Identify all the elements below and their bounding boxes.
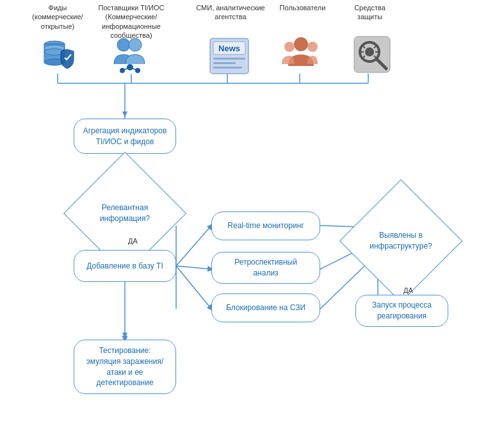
box-block: Блокирование на СЗИ	[211, 293, 320, 322]
box-realtime: Real-time мониторинг	[211, 211, 320, 240]
svg-rect-38	[213, 58, 245, 60]
svg-point-42	[284, 42, 295, 52]
box-detected-text: Выявлены винфраструктуре?	[359, 205, 443, 277]
svg-point-29	[129, 38, 142, 51]
svg-point-43	[307, 42, 318, 52]
icon-security	[351, 35, 393, 76]
box-testing: Тестирование:эмуляция заражения/атаки и …	[74, 340, 176, 394]
box-retro: Ретроспективныйанализ	[211, 252, 320, 284]
source-label-media: СМИ, аналитическиеагентства	[195, 3, 266, 22]
box-relevant-text: Релевантнаяинформация?	[83, 178, 167, 249]
svg-rect-39	[213, 62, 236, 64]
svg-text:News: News	[218, 44, 240, 53]
source-label-security: Средствазащиты	[343, 3, 397, 22]
source-label-feeds: Фиды(коммерческие/открытые)	[29, 3, 86, 31]
icon-users	[282, 35, 320, 76]
svg-rect-40	[213, 67, 242, 69]
label-da-2: ДА	[403, 286, 413, 294]
svg-line-10	[176, 266, 211, 269]
diagram-container: Фиды(коммерческие/открытые) Поставщики Т…	[0, 0, 504, 421]
source-label-users: Пользователи	[275, 3, 330, 12]
icon-feeds	[38, 35, 77, 76]
box-add-ti: Добавление в базу ТI	[74, 250, 176, 282]
svg-point-41	[294, 37, 308, 51]
svg-point-28	[117, 38, 130, 51]
svg-line-11	[176, 266, 211, 309]
svg-point-47	[365, 47, 374, 56]
label-da-1: ДА	[128, 237, 138, 245]
icon-suppliers	[108, 35, 152, 76]
icon-media: News	[205, 35, 253, 79]
box-aggregation: Агрегация индикаторовТI/ИОС и фидов	[74, 119, 176, 154]
source-label-suppliers: Поставщики ТI/ИОС(Коммерческие/информаци…	[90, 3, 173, 40]
svg-marker-22	[122, 333, 127, 338]
svg-line-9	[176, 226, 211, 266]
svg-marker-20	[122, 111, 127, 117]
box-response: Запуск процессареагирования	[355, 295, 448, 327]
